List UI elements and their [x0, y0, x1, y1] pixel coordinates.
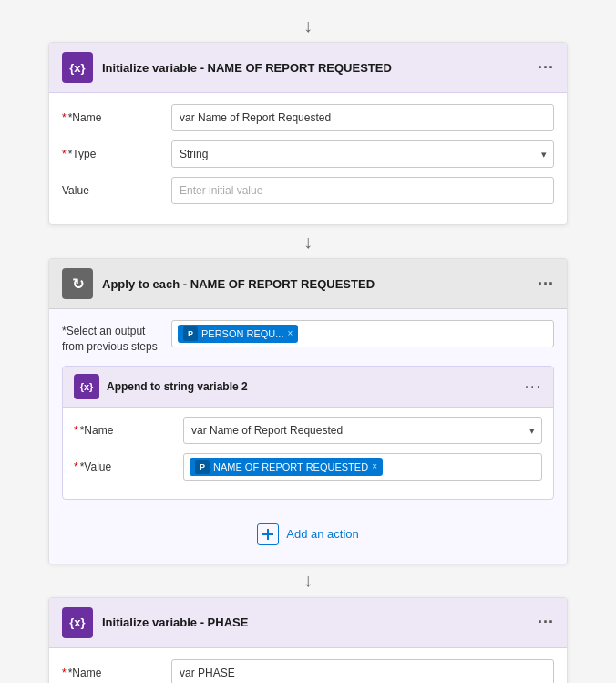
- inner-value-tag: P NAME OF REPORT REQUESTED ×: [190, 458, 383, 476]
- card3-name-label: *Name: [62, 667, 162, 679]
- card2-header: ↻ Apply to each - NAME OF REPORT REQUEST…: [49, 259, 567, 309]
- inner-tag-icon: P: [195, 460, 210, 474]
- inner-name-select-wrapper: var Name of Report Requested ▾: [183, 417, 542, 444]
- card1-value-label: Value: [62, 184, 162, 197]
- card2-select-row: *Select an output from previous steps P …: [62, 320, 554, 355]
- card2-select-label: *Select an output from previous steps: [62, 320, 162, 355]
- inner-value-row: *Value P NAME OF REPORT REQUESTED ×: [74, 453, 542, 481]
- inner-value-tag-input[interactable]: P NAME OF REPORT REQUESTED ×: [183, 453, 542, 481]
- card1-name-input[interactable]: [171, 104, 554, 131]
- card1-type-row: *Type String ▾: [62, 140, 554, 168]
- add-action-row[interactable]: Add an action: [62, 509, 554, 553]
- inner-card-body: *Name var Name of Report Requested ▾ *Va…: [63, 408, 553, 499]
- inner-card-header: {x} Append to string variable 2 ···: [63, 367, 553, 408]
- card1-header: {x} Initialize variable - NAME OF REPORT…: [49, 43, 567, 93]
- inner-card-icon: {x}: [74, 374, 99, 399]
- card-apply-to-each: ↻ Apply to each - NAME OF REPORT REQUEST…: [48, 258, 568, 564]
- card1-name-label: *Name: [62, 111, 162, 124]
- card3-icon: {x}: [62, 607, 93, 638]
- card2-tag: P PERSON REQU... ×: [178, 325, 298, 343]
- card1-type-select[interactable]: String: [171, 140, 554, 168]
- card2-title: Apply to each - NAME OF REPORT REQUESTED: [102, 277, 529, 291]
- card1-value-row: Value: [62, 177, 554, 204]
- arrow-connector-2: ↓: [303, 564, 313, 597]
- tag-person-icon: P: [183, 326, 198, 341]
- card1-value-input[interactable]: [171, 177, 554, 204]
- card-initialize-variable-name: {x} Initialize variable - NAME OF REPORT…: [48, 42, 568, 225]
- card1-title: Initialize variable - NAME OF REPORT REQ…: [102, 61, 529, 75]
- card1-icon: {x}: [62, 52, 93, 83]
- card1-type-select-wrapper: String ▾: [171, 140, 554, 168]
- card3-name-row: *Name: [62, 659, 554, 683]
- card3-header: {x} Initialize variable - PHASE ···: [49, 598, 567, 648]
- card1-menu[interactable]: ···: [538, 58, 554, 78]
- card3-menu[interactable]: ···: [538, 613, 554, 632]
- tag-person-label: PERSON REQU...: [201, 328, 283, 339]
- card-initialize-variable-phase: {x} Initialize variable - PHASE ··· *Nam…: [48, 597, 568, 683]
- inner-name-select[interactable]: var Name of Report Requested: [183, 417, 542, 444]
- inner-card-append: {x} Append to string variable 2 ··· *Nam…: [62, 366, 554, 500]
- arrow-connector-1: ↓: [303, 225, 313, 258]
- card1-body: *Name *Type String ▾ Value: [49, 93, 567, 224]
- inner-tag-label: NAME OF REPORT REQUESTED: [213, 461, 368, 472]
- inner-card-title: Append to string variable 2: [107, 380, 518, 393]
- card1-type-label: *Type: [62, 148, 162, 160]
- card1-name-row: *Name: [62, 104, 554, 131]
- tag-close-icon[interactable]: ×: [287, 329, 293, 338]
- card3-body: *Name *Type String ▾ Value: [49, 648, 567, 683]
- inner-name-row: *Name var Name of Report Requested ▾: [74, 417, 542, 444]
- card2-icon: ↻: [62, 268, 93, 299]
- card3-title: Initialize variable - PHASE: [102, 616, 529, 629]
- inner-value-label: *Value: [74, 461, 174, 473]
- add-action-label: Add an action: [286, 527, 359, 541]
- inner-name-label: *Name: [74, 424, 174, 437]
- card2-tag-input[interactable]: P PERSON REQU... ×: [171, 320, 554, 347]
- card2-menu[interactable]: ···: [538, 274, 554, 294]
- svg-rect-1: [262, 533, 273, 535]
- card2-loop-body: *Select an output from previous steps P …: [49, 309, 567, 564]
- inner-card-menu[interactable]: ···: [525, 378, 542, 395]
- card3-name-input[interactable]: [171, 659, 554, 683]
- add-action-icon: [257, 523, 279, 545]
- inner-tag-close-icon[interactable]: ×: [372, 462, 377, 471]
- top-arrow-connector: ↓: [303, 9, 313, 42]
